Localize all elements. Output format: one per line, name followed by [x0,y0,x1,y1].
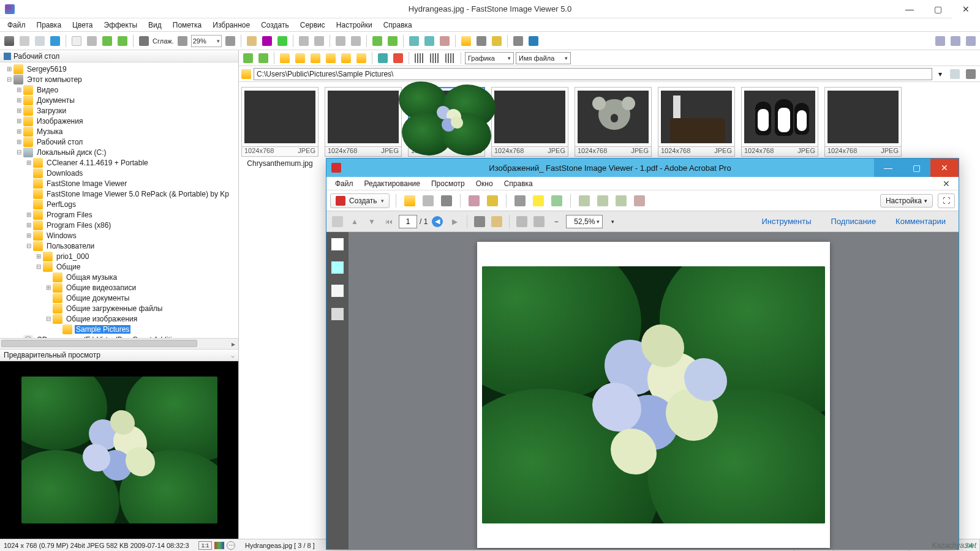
acrobat-down-icon[interactable]: ▼ [364,214,379,229]
reload-icon[interactable] [386,34,399,48]
window-close-button[interactable]: ✕ [952,0,980,18]
menu-Цвета[interactable]: Цвета [67,20,97,31]
tree-node[interactable]: ⊞Sergey5619 [0,64,238,74]
acrobat-window[interactable]: Изображений_ FastStone Image Viewer - 1.… [326,158,959,550]
tree-twisty-icon[interactable]: ⊞ [44,284,53,291]
menu-Избранное[interactable]: Избранное [208,20,255,31]
print-icon[interactable] [475,34,488,48]
acrobat-menu-Файл[interactable]: Файл [330,178,358,189]
tree-node[interactable]: ⊞Документы [0,95,238,105]
delete-icon[interactable] [391,51,405,65]
tree-twisty-icon[interactable]: ⊞ [24,159,33,166]
acrobat-menu-Редактирование[interactable]: Редактирование [360,178,425,189]
acrobat-pages-icon[interactable] [330,214,345,229]
acrobat-settings-button[interactable]: Настройка▾ [880,194,933,208]
tree-twisty-icon[interactable]: ⊟ [15,149,23,156]
tree-twisty-icon[interactable]: ⊟ [24,242,33,249]
hand-icon[interactable] [245,34,258,48]
acrobat-zoomin-icon[interactable] [532,214,546,229]
tree-twisty-icon[interactable]: ⊞ [24,211,33,218]
acrobat-mail-icon[interactable] [485,193,500,208]
refresh-icon[interactable] [371,34,384,48]
view-details-icon[interactable] [443,51,457,65]
tree-twisty-icon[interactable]: ⊞ [34,253,43,260]
tool-a-icon[interactable] [407,34,421,48]
zoom-in-icon[interactable] [224,34,237,48]
tree-twisty-icon[interactable]: ⊞ [15,138,23,145]
copy-icon[interactable] [33,34,47,48]
thumbnail[interactable]: 1024x768JPEG [491,87,568,168]
acrobat-zoomout-icon[interactable] [514,214,529,229]
acrobat-save-icon[interactable] [421,193,435,208]
acrobat-print-icon[interactable] [439,193,454,208]
tree-node[interactable]: Общие документы [0,293,238,303]
camera-icon[interactable] [2,34,16,48]
up-folder-icon[interactable] [278,51,292,65]
acrobat-attach-icon[interactable] [331,285,344,297]
tree-node[interactable]: ⊟Этот компьютер [0,74,238,84]
path-dropdown-icon[interactable]: ▾ [935,67,946,81]
menu-Эффекты[interactable]: Эффекты [99,20,143,31]
tree-twisty-icon[interactable]: ⊞ [15,118,23,124]
settings-icon[interactable] [511,34,525,48]
rotate-right-icon[interactable] [116,34,129,48]
path-input[interactable]: C:\Users\Public\Pictures\Sample Pictures… [254,68,932,80]
thumbnail[interactable]: 1024x768JPEG [408,87,485,168]
tree-node[interactable]: FastStone Image Viewer [0,178,238,189]
acrobat-minimize-button[interactable]: — [874,159,902,177]
menu-Создать[interactable]: Создать [256,20,294,31]
acrobat-open-icon[interactable] [402,193,417,208]
zoom-area-icon[interactable] [260,34,274,48]
mail-icon[interactable] [490,34,503,48]
prev-icon[interactable] [297,34,311,48]
tree-node[interactable]: ⊞prio1_000 [0,251,238,261]
scroll-thumb[interactable] [1,340,197,347]
copy-path-icon[interactable] [948,67,962,81]
acrobat-nav-prev-icon[interactable]: ◀ [430,214,445,229]
tree-twisty-icon[interactable]: ⊞ [5,66,13,72]
tree-node[interactable]: Sample Pictures [0,324,238,334]
thumbnail[interactable]: 1024x768JPEG [325,87,402,168]
tree-twisty-icon[interactable]: ⊞ [15,107,23,114]
tree-node[interactable]: ⊞Program Files [0,209,238,220]
tree-node[interactable]: Downloads [0,168,238,178]
folder-open-icon[interactable] [459,34,473,48]
tree-node[interactable]: ⊟Общие изображения [0,313,238,324]
acrobat-t2-icon[interactable] [595,193,610,208]
folder-tree[interactable]: ⊞Sergey5619⊟Этот компьютер⊞Видео⊞Докумен… [0,62,238,338]
layout-2-icon[interactable] [949,34,962,48]
info-small-icon[interactable]: ⋯ [227,541,235,550]
acrobat-tab-Подписание[interactable]: Подписание [822,214,886,229]
tree-twisty-icon[interactable]: ⊞ [15,97,23,103]
acrobat-edit-icon[interactable] [467,193,481,208]
tree-node[interactable]: ⊞Рабочий стол [0,137,238,147]
acrobat-comment-icon[interactable] [531,193,546,208]
tree-node[interactable]: ⊟Локальный диск (C:) [0,147,238,157]
menu-Сервис[interactable]: Сервис [295,20,330,31]
layout-1-icon[interactable] [933,34,947,48]
scan-icon[interactable] [70,34,83,48]
acrobat-fullscreen-icon[interactable]: ⛶ [938,193,955,208]
acrobat-tab-Комментарии[interactable]: Комментарии [886,214,955,229]
acrobat-gear-icon[interactable] [513,193,527,208]
acrobat-page-view[interactable] [349,232,959,549]
layout-3-icon[interactable] [964,34,978,48]
tree-node[interactable]: ⊟Общие [0,261,238,272]
tree-node[interactable]: ⊞CCleaner 4.11.4619 + Portable [0,157,238,168]
tree-twisty-icon[interactable]: ⊟ [34,263,43,270]
menu-Файл[interactable]: Файл [2,20,31,31]
acrobat-thumbs-icon[interactable] [331,238,344,250]
tree-node[interactable]: ⊞Загрузки [0,105,238,116]
tree-h-scrollbar[interactable]: ◂ ▸ [0,338,238,349]
scroll-right-icon[interactable]: ▸ [228,339,238,349]
tree-twisty-icon[interactable]: ⊟ [5,76,13,83]
acrobat-titlebar[interactable]: Изображений_ FastStone Image Viewer - 1.… [326,159,959,177]
filter-combo[interactable]: Графика [465,52,514,64]
acrobat-share-icon[interactable] [549,193,564,208]
folder-5-icon[interactable] [339,51,353,65]
acrobat-first-icon[interactable]: ⏮ [382,214,396,229]
menu-Справка[interactable]: Справка [379,20,417,31]
thumbnail[interactable]: 1024x768JPEG [575,87,652,168]
info-icon[interactable] [527,34,540,48]
tree-node[interactable]: ⊞Windows [0,230,238,241]
